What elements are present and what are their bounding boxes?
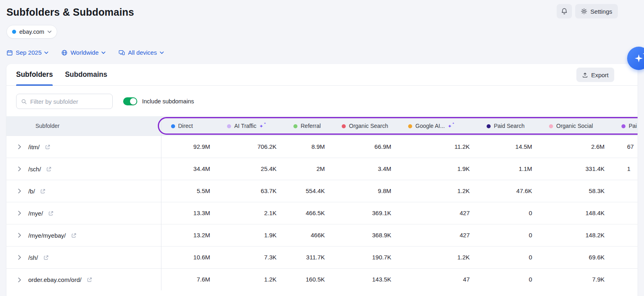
metric-value: 0 xyxy=(477,268,539,290)
tabs-row: Subfolders Subdomains Export xyxy=(6,64,638,86)
external-link-icon[interactable] xyxy=(71,233,76,238)
export-label: Export xyxy=(591,72,609,78)
external-link-icon[interactable] xyxy=(40,189,45,194)
column-header-subfolder[interactable]: Subfolder xyxy=(6,116,161,136)
column-header-organic-social[interactable]: Organic Social xyxy=(539,116,612,136)
external-link-icon[interactable] xyxy=(48,211,54,216)
subfolder-name: order.ebay.com/ord/ xyxy=(28,276,81,283)
table-row: order.ebay.com/ord/ 7.6M 1.2K 160.5K 143… xyxy=(6,268,638,290)
metric-value: 427 xyxy=(398,224,477,246)
ai-sparkle-icon: ✦ xyxy=(448,123,452,129)
devices-filter-label: All devices xyxy=(128,49,157,56)
location-filter-label: Worldwide xyxy=(70,49,99,56)
metric-value: 1.9K xyxy=(217,224,284,246)
domain-row: ebay.com xyxy=(6,25,644,39)
channel-dot xyxy=(293,124,297,128)
metric-value: 11.2K xyxy=(398,136,477,158)
table-row: /sch/ 34.4M 25.4K 2M 3.4M 1.9K 1.1M 331.… xyxy=(6,158,638,180)
subfolder-name: /b/ xyxy=(28,188,35,195)
gear-icon xyxy=(581,8,587,14)
subfolder-filter-box xyxy=(16,94,113,109)
metric-value: 0 xyxy=(477,202,539,224)
export-icon xyxy=(582,72,588,78)
metric-value: 66.9M xyxy=(332,136,398,158)
metric-value xyxy=(612,202,638,224)
metric-value: 368.9K xyxy=(332,224,398,246)
external-link-icon[interactable] xyxy=(46,166,52,172)
expand-chevron-icon[interactable] xyxy=(18,211,21,216)
table-header-row: Subfolder Direct AI Traffic✦ Referral Or… xyxy=(6,116,638,136)
tab-subfolders[interactable]: Subfolders xyxy=(16,64,53,85)
expand-chevron-icon[interactable] xyxy=(18,278,21,282)
include-subdomains-label: Include subdomains xyxy=(142,98,194,105)
metric-value: 0 xyxy=(477,224,539,246)
metric-value: 69.6K xyxy=(539,246,612,268)
external-link-icon[interactable] xyxy=(87,277,92,282)
settings-label: Settings xyxy=(590,8,612,15)
subfolder-name: /sh/ xyxy=(28,254,38,261)
expand-chevron-icon[interactable] xyxy=(18,189,21,193)
search-icon xyxy=(21,99,27,105)
tab-subfolders-label: Subfolders xyxy=(16,70,53,79)
metric-value: 1.9K xyxy=(398,158,477,180)
external-link-icon[interactable] xyxy=(43,255,49,260)
metric-value: 13.2M xyxy=(161,224,217,246)
table-row: /mye/myebay/ 13.2M 1.9K 466K 368.9K 427 … xyxy=(6,224,638,246)
report-card: Subfolders Subdomains Export Include sub… xyxy=(6,64,638,296)
page-title: Subfolders & Subdomains xyxy=(6,6,644,18)
column-header-google-ai[interactable]: Google AI...✦ xyxy=(398,116,477,136)
metric-value: 9.8M xyxy=(332,180,398,202)
expand-chevron-icon[interactable] xyxy=(18,166,21,171)
metric-value: 8.9M xyxy=(284,136,332,158)
column-header-organic-search[interactable]: Organic Search xyxy=(332,116,398,136)
expand-chevron-icon[interactable] xyxy=(18,144,21,149)
date-filter[interactable]: Sep 2025 xyxy=(6,49,48,56)
metric-value: 14.5M xyxy=(477,136,539,158)
devices-filter[interactable]: All devices xyxy=(118,49,164,56)
domain-selector[interactable]: ebay.com xyxy=(6,25,57,39)
metric-value: 67 xyxy=(612,136,638,158)
external-link-icon[interactable] xyxy=(45,144,50,150)
expand-chevron-icon[interactable] xyxy=(18,255,21,260)
metric-value: 10.6M xyxy=(161,246,217,268)
table-row: /sh/ 10.6M 7.3K 311.7K 190.7K 1.2K 0 69.… xyxy=(6,246,638,268)
notifications-button[interactable] xyxy=(557,4,572,18)
metric-value: 63.7K xyxy=(217,180,284,202)
subfolder-name: /itm/ xyxy=(28,144,39,150)
expand-chevron-icon[interactable] xyxy=(18,233,21,238)
metric-value: 7.9K xyxy=(539,268,612,290)
metric-value: 1 xyxy=(612,158,638,180)
metric-value: 466K xyxy=(284,224,332,246)
export-button[interactable]: Export xyxy=(576,68,614,82)
domain-label: ebay.com xyxy=(19,29,44,35)
metric-value: 706.2K xyxy=(217,136,284,158)
tab-subdomains-label: Subdomains xyxy=(65,70,107,79)
metric-value: 466.5K xyxy=(284,202,332,224)
location-filter[interactable]: Worldwide xyxy=(61,49,105,56)
channel-dot xyxy=(227,124,231,128)
column-header-ai-traffic[interactable]: AI Traffic✦ xyxy=(217,116,284,136)
metric-value: 190.7K xyxy=(332,246,398,268)
column-header-paid-search[interactable]: Paid Search xyxy=(477,116,539,136)
chevron-down-icon xyxy=(47,31,52,33)
metric-value: 1.2K xyxy=(398,180,477,202)
include-subdomains-toggle[interactable] xyxy=(123,97,137,105)
toggle-knob xyxy=(130,98,136,105)
filters-row: Sep 2025 Worldwide All devices xyxy=(6,49,644,56)
chevron-down-icon xyxy=(160,51,164,54)
metric-value: 92.9M xyxy=(161,136,217,158)
channel-dot xyxy=(621,124,625,128)
chevron-down-icon xyxy=(44,51,48,54)
metric-value: 1.1M xyxy=(477,158,539,180)
metric-value: 47 xyxy=(398,268,477,290)
column-header-direct[interactable]: Direct xyxy=(161,116,217,136)
column-header-referral[interactable]: Referral xyxy=(284,116,332,136)
globe-icon xyxy=(61,49,68,56)
channel-dot xyxy=(342,124,346,128)
settings-button[interactable]: Settings xyxy=(575,4,618,18)
metric-value xyxy=(612,180,638,202)
column-header-paid-truncated[interactable]: Pai xyxy=(612,116,638,136)
tab-subdomains[interactable]: Subdomains xyxy=(65,64,107,85)
traffic-table: Subfolder Direct AI Traffic✦ Referral Or… xyxy=(6,116,638,290)
subfolder-filter-input[interactable] xyxy=(30,98,108,105)
